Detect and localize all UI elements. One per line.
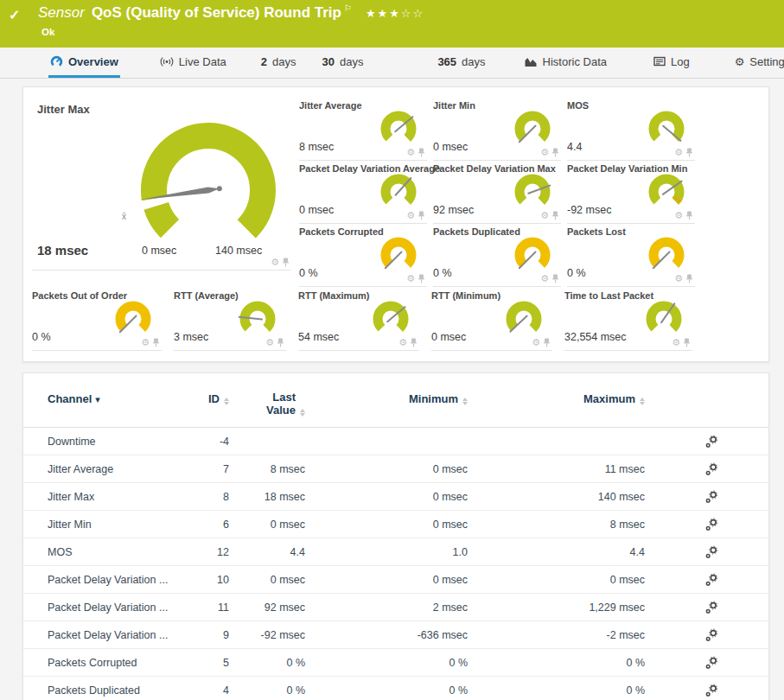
column-header-channel[interactable]: Channel▾	[48, 391, 186, 406]
gear-icon[interactable]: ⚙	[674, 211, 683, 220]
tab-30-days[interactable]: 30days	[320, 48, 365, 78]
pin-icon[interactable]	[543, 338, 551, 347]
channel-settings-icon[interactable]	[704, 628, 718, 642]
channel-maximum: -2 msec	[468, 629, 645, 641]
sort-icon[interactable]	[300, 409, 305, 417]
table-row-downtime--4[interactable]: Downtime-4	[23, 428, 768, 455]
table-row-jitter-min-6[interactable]: Jitter Min60 msec0 msec8 msec	[23, 511, 768, 538]
pin-icon[interactable]	[685, 211, 693, 220]
table-row-packet-delay-variation-11[interactable]: Packet Delay Variation ...1192 msec2 mse…	[23, 594, 768, 621]
channel-settings-icon[interactable]	[704, 656, 718, 670]
object-kind-label: Sensor	[38, 4, 85, 22]
gauge-dial	[643, 233, 690, 275]
tab-365-days[interactable]: 365days	[436, 48, 487, 78]
log-icon	[653, 56, 666, 67]
table-row-packet-delay-variation-9[interactable]: Packet Delay Variation ...9-92 msec-636 …	[23, 621, 768, 649]
gauges-panel: Jitter Max x̄ 0 msec 140 msec 18 msec ⚙ …	[22, 86, 769, 362]
gear-icon: ⚙	[735, 55, 745, 68]
pin-icon[interactable]	[152, 338, 160, 347]
star-filled-icon[interactable]: ★	[389, 7, 401, 20]
gear-icon[interactable]: ⚙	[265, 338, 274, 347]
tab-overview[interactable]: Overview	[48, 48, 120, 78]
table-row-packets-corrupted-5[interactable]: Packets Corrupted50 %0 %0 %	[23, 649, 768, 677]
column-header-id[interactable]: ID	[186, 391, 229, 406]
tab-label: Live Data	[179, 55, 226, 68]
sort-icon[interactable]	[640, 398, 645, 405]
gear-icon[interactable]: ⚙	[532, 338, 540, 347]
pin-icon[interactable]	[685, 274, 693, 283]
table-row-jitter-average-7[interactable]: Jitter Average78 msec0 msec11 msec	[23, 455, 768, 483]
tab-live-data[interactable]: Live Data	[158, 48, 228, 78]
gear-icon[interactable]: ⚙	[406, 274, 415, 283]
column-label: Channel	[48, 392, 92, 405]
channel-minimum: -636 msec	[305, 629, 468, 641]
gear-icon[interactable]: ⚙	[141, 338, 150, 347]
column-header-maximum[interactable]: Maximum	[468, 391, 645, 406]
table-row-jitter-max-8[interactable]: Jitter Max818 msec0 msec140 msec	[23, 483, 768, 511]
channel-settings-icon[interactable]	[704, 601, 718, 614]
channel-settings-icon[interactable]	[704, 545, 718, 559]
pin-icon[interactable]	[282, 258, 290, 267]
pin-icon[interactable]	[683, 338, 691, 347]
channel-settings-icon[interactable]	[704, 490, 718, 504]
gauge-value: 0 msec	[431, 331, 466, 343]
priority-stars[interactable]: ★★★☆☆	[366, 7, 424, 20]
sensor-header: ✓ Sensor QoS (Quality of Service) Round …	[0, 0, 784, 48]
gear-icon[interactable]: ⚙	[672, 338, 680, 347]
gear-icon[interactable]: ⚙	[398, 338, 407, 347]
channel-settings-icon[interactable]	[704, 684, 718, 697]
gear-icon[interactable]: ⚙	[406, 148, 415, 157]
gauge-dial	[110, 297, 156, 339]
channel-maximum: 8 msec	[468, 519, 645, 531]
channel-settings-icon[interactable]	[704, 462, 718, 476]
tab-log[interactable]: Log	[652, 48, 692, 78]
gauge-value: 18 msec	[37, 243, 88, 258]
gear-icon[interactable]: ⚙	[540, 148, 549, 157]
gear-icon[interactable]: ⚙	[674, 274, 683, 283]
pin-icon[interactable]	[417, 274, 425, 283]
star-filled-icon[interactable]: ★	[378, 7, 390, 20]
gear-icon[interactable]: ⚙	[406, 211, 415, 220]
table-row-mos-12[interactable]: MOS124.41.04.4	[23, 538, 768, 566]
channel-settings-icon[interactable]	[704, 435, 718, 449]
pin-icon[interactable]	[551, 148, 559, 157]
star-empty-icon[interactable]: ☆	[413, 7, 425, 20]
gear-icon[interactable]: ⚙	[540, 274, 549, 283]
gauge-cell-actions: ⚙	[540, 274, 559, 283]
column-header-last-value[interactable]: Last Value	[229, 391, 305, 417]
channel-settings-icon[interactable]	[704, 573, 718, 587]
gauge-value: 92 msec	[433, 204, 474, 216]
pin-icon[interactable]	[551, 211, 559, 220]
gear-icon[interactable]: ⚙	[540, 211, 549, 220]
pin-icon[interactable]	[551, 274, 559, 283]
gauge-cell-actions: ⚙	[674, 211, 693, 220]
gear-icon[interactable]: ⚙	[271, 258, 279, 267]
tab-label: days	[340, 55, 363, 68]
row-actions	[645, 518, 751, 531]
channel-minimum: 0 msec	[305, 574, 468, 586]
gauge-cell-packet-delay-variation-max: Packet Delay Variation Max92 msec⚙	[433, 161, 561, 224]
tab-2-days[interactable]: 2days	[259, 48, 298, 78]
tab-historic-data[interactable]: Historic Data	[522, 48, 609, 78]
channel-name: Jitter Average	[48, 463, 186, 475]
gear-icon[interactable]: ⚙	[674, 148, 683, 157]
star-empty-icon[interactable]: ☆	[401, 7, 413, 20]
pin-icon[interactable]	[417, 148, 425, 157]
table-row-packet-delay-variation-10[interactable]: Packet Delay Variation ...100 msec0 msec…	[23, 566, 768, 594]
tab-settings[interactable]: ⚙Settings	[733, 48, 784, 78]
gauge-cell-rtt-average: RTT (Average)3 msec⚙	[174, 288, 286, 351]
gauge-cell-actions: ⚙	[540, 211, 559, 220]
table-row-packets-duplicated-4[interactable]: Packets Duplicated40 %0 %0 %	[23, 677, 768, 700]
channel-maximum: 0 msec	[468, 574, 645, 586]
pin-icon[interactable]	[417, 211, 425, 220]
flag-icon[interactable]: ⚐	[344, 3, 352, 13]
gauge-value: 0 %	[299, 267, 318, 279]
pin-icon[interactable]	[685, 148, 693, 157]
channels-table: Channel▾IDLast ValueMinimumMaximum Downt…	[22, 372, 769, 700]
channel-id: 8	[186, 491, 229, 503]
pin-icon[interactable]	[410, 338, 417, 347]
column-header-minimum[interactable]: Minimum	[305, 391, 468, 406]
channel-settings-icon[interactable]	[704, 518, 718, 531]
pin-icon[interactable]	[277, 338, 284, 347]
star-filled-icon[interactable]: ★	[366, 7, 378, 20]
